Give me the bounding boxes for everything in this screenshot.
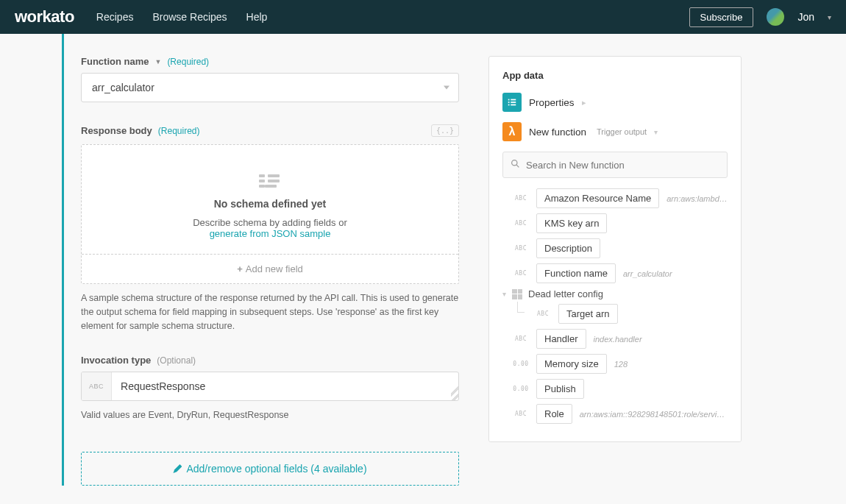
invocation-value: RequestResponse	[112, 380, 451, 392]
svg-rect-1	[511, 99, 516, 101]
pill-row: ABCRolearn:aws:iam::928298148501:role/se…	[502, 404, 728, 424]
optional-fields-button[interactable]: Add/remove optional fields (4 available)	[81, 452, 459, 486]
pill-row: 0.00Memory size128	[502, 354, 728, 374]
invocation-label: Invocation type	[81, 355, 151, 366]
data-pill[interactable]: Function name	[536, 263, 616, 283]
required-tag: (Required)	[167, 57, 209, 67]
schema-box: No schema defined yet Describe schema by…	[81, 144, 459, 284]
optional-tag: (Optional)	[157, 355, 196, 366]
required-tag: (Required)	[158, 126, 200, 136]
data-pill[interactable]: Role	[536, 404, 572, 424]
search-input[interactable]	[526, 160, 719, 171]
pill-row: ABCKMS key arn	[502, 213, 728, 233]
svg-rect-4	[508, 104, 510, 106]
pill-row: ABCDescription	[502, 238, 728, 258]
type-badge: 0.00	[513, 386, 529, 392]
data-pill[interactable]: KMS key arn	[536, 213, 607, 233]
search-icon	[511, 158, 520, 171]
caret-down-icon: ▾	[502, 290, 506, 298]
type-badge: ABC	[513, 411, 529, 417]
schema-desc: Describe schema by adding fields or	[193, 217, 347, 228]
pill-row: ABCAmazon Resource Namearn:aws:lambda:us…	[502, 188, 728, 208]
resize-grip[interactable]	[451, 372, 458, 400]
type-badge: ABC	[535, 310, 551, 317]
avatar[interactable]	[767, 8, 784, 26]
properties-label: Properties	[529, 97, 575, 108]
nav-recipes[interactable]: Recipes	[96, 11, 134, 23]
function-name-value: arr_calculator	[92, 82, 154, 93]
svg-point-6	[512, 160, 517, 166]
svg-rect-3	[511, 102, 516, 103]
topbar: workato Recipes Browse Recipes Help Subs…	[0, 0, 846, 34]
type-badge: ABC	[82, 372, 112, 400]
data-search[interactable]	[502, 152, 728, 178]
chevron-right-icon: ▸	[582, 98, 586, 107]
pill-sample: 128	[614, 360, 728, 369]
chevron-down-icon[interactable]: ▾	[828, 13, 831, 21]
object-icon	[512, 289, 522, 299]
caret-down-icon[interactable]: ▼	[154, 58, 161, 65]
pill-sample: arn:aws:iam::928298148501:role/service-r…	[580, 410, 728, 419]
add-field-label: Add new field	[246, 263, 303, 274]
pencil-icon	[173, 464, 182, 473]
step-rail	[62, 34, 64, 486]
invocation-help: Valid values are Event, DryRun, RequestR…	[81, 408, 459, 422]
type-badge: 0.00	[513, 361, 529, 367]
function-name-section: Function name ▼ (Required) arr_calculato…	[81, 56, 459, 102]
app-data-panel: App data Properties ▸ λ New function Tri…	[488, 56, 742, 442]
new-function-row[interactable]: λ New function Trigger output ▾	[502, 122, 728, 141]
invocation-section: Invocation type (Optional) ABC RequestRe…	[81, 355, 459, 422]
data-pill[interactable]: Publish	[536, 379, 584, 399]
user-name[interactable]: Jon	[797, 11, 814, 23]
pill-sample: arn:aws:lambda:us-west-2:9	[667, 194, 728, 203]
type-badge: ABC	[513, 220, 529, 227]
svg-rect-5	[511, 104, 516, 106]
data-pill[interactable]: Amazon Resource Name	[536, 188, 659, 208]
pill-sample: index.handler	[594, 335, 728, 344]
logo[interactable]: workato	[15, 7, 74, 26]
dead-letter-label: Dead letter config	[528, 288, 603, 299]
data-pill-target-arn[interactable]: Target arn	[558, 304, 618, 324]
subscribe-button[interactable]: Subscribe	[689, 7, 754, 27]
dead-letter-config-row[interactable]: ▾ Dead letter config	[502, 288, 728, 299]
pill-row: ABCHandlerindex.handler	[502, 329, 728, 349]
type-badge: ABC	[513, 270, 529, 277]
new-function-label: New function	[529, 127, 586, 138]
trigger-output-label: Trigger output	[597, 127, 647, 136]
type-badge: ABC	[513, 245, 529, 252]
pill-row: 0.00Publish	[502, 379, 728, 399]
add-field-button[interactable]: +Add new field	[82, 254, 458, 283]
plus-icon: +	[237, 263, 243, 274]
response-body-label: Response body	[81, 125, 152, 136]
svg-rect-2	[508, 102, 510, 103]
no-schema-title: No schema defined yet	[96, 198, 444, 210]
form-column: Function name ▼ (Required) arr_calculato…	[62, 56, 459, 486]
type-badge: ABC	[513, 336, 529, 342]
toggle-json-icon[interactable]: {..}	[431, 124, 459, 137]
pill-sample: arr_calculator	[623, 269, 728, 278]
invocation-input[interactable]: ABC RequestResponse	[81, 372, 459, 401]
data-pill[interactable]: Memory size	[536, 354, 607, 374]
svg-rect-0	[508, 99, 510, 101]
function-name-label: Function name	[81, 56, 149, 67]
properties-row[interactable]: Properties ▸	[502, 93, 728, 112]
lambda-icon: λ	[502, 122, 522, 141]
properties-icon	[502, 93, 522, 112]
app-data-title: App data	[502, 70, 728, 81]
response-body-help: A sample schema structure of the respons…	[81, 291, 459, 333]
nav-help[interactable]: Help	[246, 11, 268, 23]
type-badge: ABC	[513, 195, 529, 202]
fade-overlay	[489, 427, 741, 441]
svg-line-7	[516, 165, 519, 167]
pill-row-target-arn: ABC Target arn	[525, 304, 728, 324]
function-name-select[interactable]: arr_calculator	[81, 73, 459, 102]
data-pill[interactable]: Description	[536, 238, 600, 258]
caret-down-icon[interactable]: ▾	[654, 128, 658, 136]
optional-fields-label: Add/remove optional fields (4 available)	[186, 463, 366, 475]
generate-json-link[interactable]: generate from JSON sample	[210, 228, 331, 239]
nav-browse[interactable]: Browse Recipes	[152, 11, 227, 23]
data-pill[interactable]: Handler	[536, 329, 586, 349]
pill-row: ABCFunction namearr_calculator	[502, 263, 728, 283]
response-body-section: Response body (Required) {..} No schema …	[81, 124, 459, 333]
schema-placeholder-icon	[259, 174, 281, 189]
